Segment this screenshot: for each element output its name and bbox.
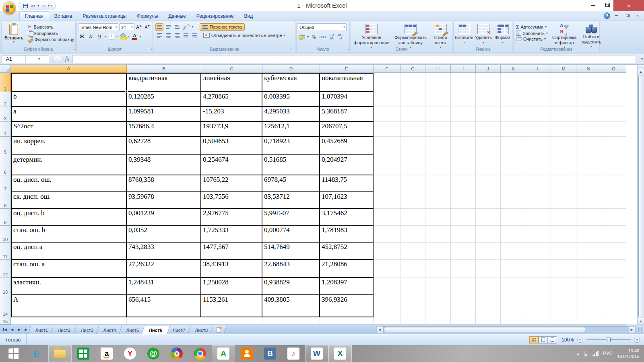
cell-M15[interactable] xyxy=(551,317,576,325)
undo-dropdown-icon[interactable]: ▾ xyxy=(37,4,39,8)
amigo-browser-icon[interactable]: A xyxy=(212,345,235,362)
cell-K2[interactable] xyxy=(501,92,526,107)
vertical-split-handle[interactable] xyxy=(638,65,644,68)
cell-N6[interactable] xyxy=(576,155,601,175)
cell-F9[interactable] xyxy=(374,209,400,226)
cell-I6[interactable] xyxy=(451,155,476,175)
cell-O3[interactable] xyxy=(601,107,626,122)
dialog-launcher-font[interactable]: ↘ xyxy=(148,47,152,51)
cell-G11[interactable] xyxy=(400,243,425,260)
sort-filter-button[interactable]: АЯ Сортировка и фильтр ▾ xyxy=(551,23,578,49)
column-header-O[interactable]: O xyxy=(601,65,626,73)
column-header-G[interactable]: G xyxy=(400,65,425,73)
insert-cells-button[interactable]: ← Вставить ▾ xyxy=(455,23,473,45)
tab-Данные[interactable]: Данные xyxy=(163,12,191,21)
insert-worksheet-button[interactable] xyxy=(211,326,227,334)
cell-C15[interactable] xyxy=(201,317,262,325)
cell-D3[interactable]: 4,295033 xyxy=(262,107,320,122)
cell-D10[interactable]: 0,000774 xyxy=(262,226,320,243)
cell-M3[interactable] xyxy=(551,107,576,122)
cell-C11[interactable]: 1477,567 xyxy=(201,243,262,260)
cell-N11[interactable] xyxy=(576,243,601,260)
cell-N10[interactable] xyxy=(576,226,601,243)
cell-M14[interactable] xyxy=(551,295,576,317)
cell-N2[interactable] xyxy=(576,92,601,107)
bold-button[interactable]: Ж xyxy=(78,33,86,40)
cell-M5[interactable] xyxy=(551,137,576,155)
cell-H13[interactable] xyxy=(425,278,451,295)
cell-E13[interactable]: 1,208397 xyxy=(320,278,374,295)
cell-F4[interactable] xyxy=(374,122,400,137)
column-header-M[interactable]: M xyxy=(551,65,576,73)
cell-E9[interactable]: 3,175462 xyxy=(320,209,374,226)
align-top-button[interactable] xyxy=(155,23,163,31)
cell-J7[interactable] xyxy=(476,175,501,192)
cell-C5[interactable]: 0,504653 xyxy=(201,137,262,155)
cell-H5[interactable] xyxy=(425,137,451,155)
cell-F13[interactable] xyxy=(374,278,400,295)
cell-K14[interactable] xyxy=(501,295,526,317)
cell-C8[interactable]: 103,7556 xyxy=(201,192,262,209)
zoom-slider-thumb[interactable] xyxy=(607,337,611,342)
clock[interactable]: 13:46 16.04.2015 xyxy=(617,348,639,360)
cell-H11[interactable] xyxy=(425,243,451,260)
cell-A3[interactable]: a xyxy=(11,107,127,122)
cell-N5[interactable] xyxy=(576,137,601,155)
row-header-3[interactable]: 3 xyxy=(0,107,11,122)
row-header-4[interactable]: 4 xyxy=(0,122,11,137)
picasa-icon[interactable] xyxy=(165,345,188,362)
cell-K9[interactable] xyxy=(501,209,526,226)
cell-G12[interactable] xyxy=(400,260,425,278)
cell-M9[interactable] xyxy=(551,209,576,226)
cell-D7[interactable]: 6978,45 xyxy=(262,175,320,192)
cell-B4[interactable]: 157686,4 xyxy=(127,122,201,137)
cell-N7[interactable] xyxy=(576,175,601,192)
cell-M10[interactable] xyxy=(551,226,576,243)
cell-O14[interactable] xyxy=(601,295,626,317)
cell-G14[interactable] xyxy=(400,295,425,317)
cell-B10[interactable]: 0,0352 xyxy=(127,226,201,243)
cell-B15[interactable] xyxy=(127,317,201,325)
cell-L14[interactable] xyxy=(526,295,551,317)
cell-B12[interactable]: 27,26322 xyxy=(127,260,201,278)
align-left-button[interactable] xyxy=(155,32,163,39)
cell-I14[interactable] xyxy=(451,295,476,317)
align-right-button[interactable] xyxy=(173,32,181,39)
cell-O8[interactable] xyxy=(601,192,626,209)
cell-N12[interactable] xyxy=(576,260,601,278)
format-painter-button[interactable]: Формат по образцу xyxy=(27,36,76,42)
language-indicator[interactable]: РУС xyxy=(603,351,613,356)
cell-B2[interactable]: 0,120285 xyxy=(127,92,201,107)
comma-style-button[interactable]: 000 xyxy=(319,33,326,41)
row-header-9[interactable]: 9 xyxy=(0,209,11,226)
cell-E6[interactable]: 0,204927 xyxy=(320,155,374,175)
cell-L2[interactable] xyxy=(526,92,551,107)
cell-N14[interactable] xyxy=(576,295,601,317)
cell-G6[interactable] xyxy=(400,155,425,175)
cell-M7[interactable] xyxy=(551,175,576,192)
column-header-E[interactable]: E xyxy=(320,65,374,73)
column-header-A[interactable]: A xyxy=(11,65,127,73)
cell-H1[interactable] xyxy=(425,73,451,92)
cell-M2[interactable] xyxy=(551,92,576,107)
name-box[interactable]: A1 ▾ xyxy=(2,55,49,63)
column-header-K[interactable]: K xyxy=(501,65,526,73)
cell-A4[interactable]: S^2ост xyxy=(11,122,127,137)
cell-M8[interactable] xyxy=(551,192,576,209)
cell-M12[interactable] xyxy=(551,260,576,278)
cell-E8[interactable]: 107,1623 xyxy=(320,192,374,209)
cell-G9[interactable] xyxy=(400,209,425,226)
cell-M6[interactable] xyxy=(551,155,576,175)
cell-J8[interactable] xyxy=(476,192,501,209)
column-header-B[interactable]: B xyxy=(127,65,201,73)
cell-L15[interactable] xyxy=(526,317,551,325)
align-middle-button[interactable] xyxy=(164,23,172,31)
cell-F10[interactable] xyxy=(374,226,400,243)
start-button[interactable] xyxy=(2,345,25,362)
column-header-C[interactable]: C xyxy=(201,65,262,73)
row-header-8[interactable]: 8 xyxy=(0,192,11,209)
cell-G3[interactable] xyxy=(400,107,425,122)
cell-F2[interactable] xyxy=(374,92,400,107)
cell-F6[interactable] xyxy=(374,155,400,175)
cell-D2[interactable]: 0,003395 xyxy=(262,92,320,107)
